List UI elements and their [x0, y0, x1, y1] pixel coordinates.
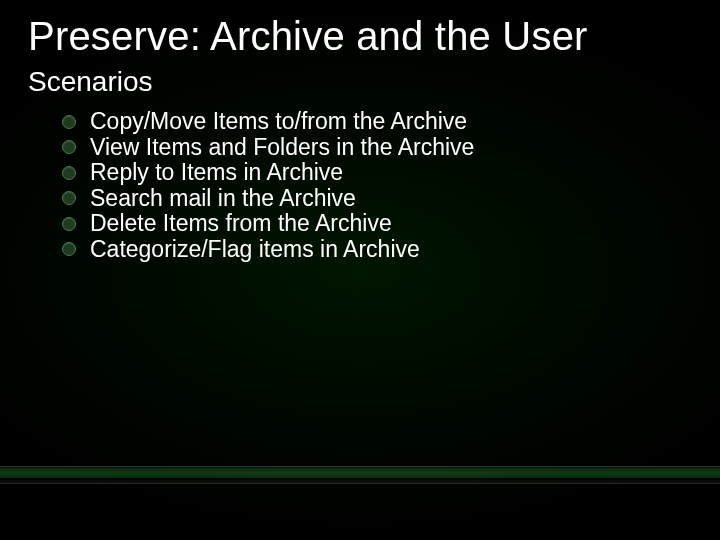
- slide-title: Preserve: Archive and the User: [28, 14, 588, 59]
- list-item: Search mail in the Archive: [62, 187, 680, 210]
- bullet-text: Reply to Items in Archive: [90, 161, 343, 184]
- list-item: Categorize/Flag items in Archive: [62, 238, 680, 261]
- bullet-text: Categorize/Flag items in Archive: [90, 238, 420, 261]
- bullet-text: Copy/Move Items to/from the Archive: [90, 110, 467, 133]
- bullet-icon: [62, 115, 76, 129]
- bullet-text: Delete Items from the Archive: [90, 212, 392, 235]
- slide-subtitle: Scenarios: [28, 66, 153, 98]
- bullet-icon: [62, 217, 76, 231]
- bullet-icon: [62, 166, 76, 180]
- slide: Preserve: Archive and the User Scenarios…: [0, 0, 720, 540]
- bullet-text: View Items and Folders in the Archive: [90, 136, 474, 159]
- list-item: Copy/Move Items to/from the Archive: [62, 110, 680, 133]
- bullet-list: Copy/Move Items to/from the Archive View…: [62, 110, 680, 263]
- bullet-icon: [62, 242, 76, 256]
- bullet-text: Search mail in the Archive: [90, 187, 356, 210]
- list-item: View Items and Folders in the Archive: [62, 136, 680, 159]
- bullet-icon: [62, 191, 76, 205]
- bullet-icon: [62, 140, 76, 154]
- list-item: Reply to Items in Archive: [62, 161, 680, 184]
- list-item: Delete Items from the Archive: [62, 212, 680, 235]
- footer-divider: [0, 466, 720, 484]
